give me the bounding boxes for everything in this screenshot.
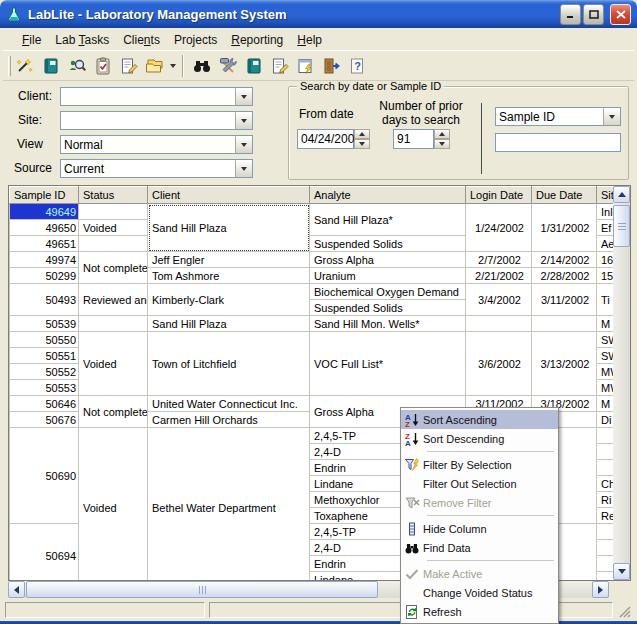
scroll-right-button[interactable] [592,581,609,598]
analyte-cell[interactable]: VOC Full List* [310,332,466,396]
search-field-combobox[interactable]: Sample ID [495,107,621,126]
context-menu-item-hide-column[interactable]: Hide Column [401,519,558,538]
status-cell[interactable]: Reviewed and [79,284,148,316]
sample-id-cell[interactable]: 50550 [10,332,79,348]
client-cell[interactable]: Jeff Engler [148,252,310,268]
analyte-cell[interactable]: Gross Alpha [310,252,466,268]
notebook-button[interactable] [39,54,63,78]
menu-help[interactable]: Help [290,31,329,49]
new-wizard-button[interactable] [13,54,37,78]
sample-id-cell[interactable]: 50551 [10,348,79,364]
menu-file[interactable]: File [15,31,48,49]
tools-button[interactable] [216,54,240,78]
due-date-cell[interactable]: 3/11/2002 [532,284,597,316]
status-cell[interactable]: Voided [79,220,148,236]
close-button[interactable] [610,4,631,25]
context-menu-item-find-data[interactable]: Find Data [401,538,558,557]
vertical-scroll-thumb[interactable] [613,205,630,247]
client-cell[interactable]: Bethel Water Department [148,428,310,581]
site-cell[interactable]: 16 [597,252,614,268]
minimize-button[interactable] [560,4,581,25]
site-cell[interactable]: Ch [597,476,614,492]
site-cell[interactable]: MW [597,380,614,396]
due-date-cell[interactable]: 2/28/2002 [532,268,597,284]
sample-id-input[interactable] [495,133,621,152]
notebook-button-2[interactable] [242,54,266,78]
column-header-sample-id[interactable]: Sample ID [10,187,79,204]
scroll-up-button[interactable] [613,186,630,203]
analyte-cell[interactable]: Biochemical Oxygen Demand [310,284,466,300]
site-cell[interactable]: Di [597,412,614,428]
client-combobox[interactable] [60,87,253,106]
client-cell[interactable]: United Water Connecticut Inc. [148,396,310,412]
login-date-cell[interactable]: 2/21/2002 [466,268,532,284]
analyte-cell[interactable]: Uranium [310,268,466,284]
edit-record-button[interactable] [117,54,141,78]
context-menu-item-refresh[interactable]: Refresh [401,602,558,621]
context-menu-item-filter-out-selection[interactable]: Filter Out Selection [401,474,558,493]
edit-record-button-2[interactable] [268,54,292,78]
sample-id-cell[interactable]: 50553 [10,380,79,396]
view-combobox[interactable]: Normal [60,135,253,154]
menu-clients[interactable]: Clients [116,31,167,49]
client-cell[interactable]: Kimberly-Clark [148,284,310,316]
due-date-cell[interactable]: 3/13/2002 [532,332,597,396]
site-cell[interactable]: SW [597,332,614,348]
view-combobox-dropdown[interactable] [235,136,252,153]
folders-dropdown-button[interactable] [167,54,178,78]
due-date-cell[interactable]: 2/14/2002 [532,252,597,268]
from-date-spin-up[interactable] [354,129,370,139]
sample-id-cell[interactable]: 49650 [10,220,79,236]
client-lookup-button[interactable] [65,54,89,78]
site-combobox[interactable] [60,111,253,130]
client-cell[interactable]: Town of Litchfield [148,332,310,396]
analyte-cell[interactable]: Sand Hill Mon. Wells* [310,316,466,332]
days-spin-up[interactable] [434,129,450,139]
help-button[interactable]: ? [346,54,370,78]
sample-id-cell[interactable]: 50694 [10,524,79,581]
sample-id-cell[interactable]: 49974 [10,252,79,268]
task-checklist-button[interactable] [91,54,115,78]
column-header-status[interactable]: Status [79,187,148,204]
days-to-search-input[interactable]: 91 [393,129,434,149]
column-header-analyte[interactable]: Analyte [310,187,466,204]
source-combobox[interactable]: Current [60,159,253,178]
menu-projects[interactable]: Projects [167,31,224,49]
site-cell[interactable]: Ti [597,284,614,316]
context-menu-item-sort-ascending[interactable]: AZ Sort Ascending [401,410,558,429]
horizontal-scroll-thumb[interactable] [26,581,378,598]
analyte-cell[interactable]: Sand Hill Plaza* [310,204,466,236]
due-date-cell[interactable]: 1/31/2002 [532,204,597,252]
sample-id-cell[interactable]: 50493 [10,284,79,316]
site-cell[interactable]: Ae [597,236,614,252]
search-field-dropdown[interactable] [603,108,620,125]
context-menu-item-sort-descending[interactable]: ZA Sort Descending [401,429,558,448]
login-date-cell[interactable]: 3/6/2002 [466,332,532,396]
client-combobox-dropdown[interactable] [235,88,252,105]
menu-lab-tasks[interactable]: Lab Tasks [48,31,116,49]
site-cell[interactable]: Re [597,508,614,524]
sample-id-cell[interactable]: 50676 [10,412,79,428]
site-cell[interactable]: Ef [597,220,614,236]
client-cell[interactable]: Carmen Hill Orchards [148,412,310,428]
site-cell[interactable]: Inl [597,204,614,220]
sample-id-cell[interactable]: 50539 [10,316,79,332]
maximize-button[interactable] [583,4,604,25]
site-cell[interactable]: 15 [597,268,614,284]
analyte-cell[interactable]: Suspended Solids [310,300,466,316]
column-header-login-date[interactable]: Login Date [466,187,532,204]
login-date-cell[interactable]: 2/7/2002 [466,252,532,268]
menu-reporting[interactable]: Reporting [224,31,290,49]
site-cell[interactable]: M [597,396,614,412]
status-cell[interactable]: Voided [79,332,148,396]
sample-id-cell-selected[interactable]: 49649 [10,204,79,220]
site-combobox-dropdown[interactable] [235,112,252,129]
sample-id-cell[interactable]: 49651 [10,236,79,252]
column-header-due-date[interactable]: Due Date [532,187,597,204]
site-cell[interactable]: M [597,316,614,332]
status-cell[interactable]: Not complete [79,396,148,428]
form-lightning-button[interactable] [294,54,318,78]
status-cell[interactable]: Not complete [79,252,148,284]
sample-id-cell[interactable]: 50690 [10,428,79,524]
resize-grip[interactable] [619,606,632,619]
